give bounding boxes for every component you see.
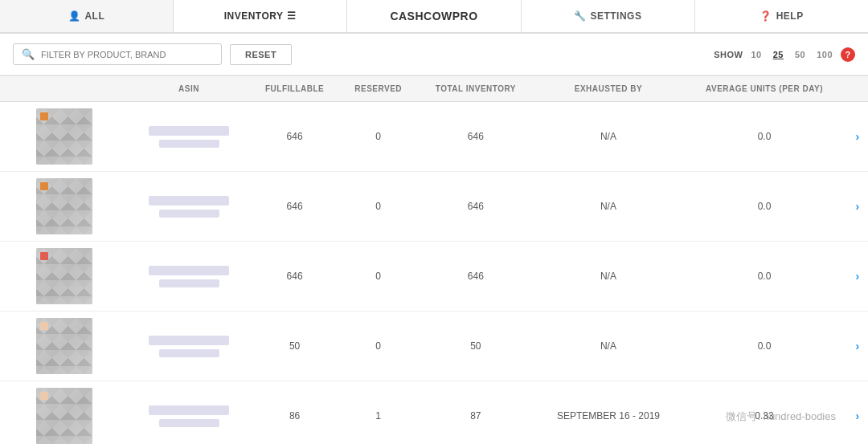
product-accent: [40, 252, 48, 260]
asin-cell: [129, 381, 249, 449]
show-10[interactable]: 10: [747, 48, 764, 61]
table-header-row: ASIN FULFILLABLE RESERVED TOTAL INVENTOR…: [0, 76, 868, 102]
table-row: 6460646N/A0.0›: [0, 102, 868, 172]
show-controls: SHOW 10 25 50 100 ?: [714, 47, 855, 62]
search-box[interactable]: 🔍: [13, 43, 222, 65]
search-icon: 🔍: [22, 48, 35, 60]
chevron-right-icon[interactable]: ›: [856, 340, 860, 352]
row-expand-cell[interactable]: ›: [847, 381, 868, 449]
asin-placeholder-bar: [149, 336, 229, 345]
list-icon: ☰: [287, 10, 297, 22]
fulfillable-cell: 86: [249, 381, 340, 449]
fulfillable-cell: 646: [249, 102, 340, 172]
product-accent: [40, 112, 48, 120]
asin-placeholder-bar-small: [159, 140, 219, 148]
total-inventory-cell: 646: [416, 172, 534, 242]
product-image-cell: [0, 312, 129, 381]
help-circle-button[interactable]: ?: [841, 47, 855, 62]
avg-units-cell: 0.33: [682, 381, 846, 449]
asin-placeholder-bar: [149, 405, 229, 415]
top-nav: 👤 ALL INVENTORY ☰ CASHCOWPRO 🔧 SETTINGS …: [0, 0, 868, 34]
avg-units-cell: 0.0: [682, 102, 846, 172]
search-input[interactable]: [41, 50, 213, 59]
col-asin: ASIN: [129, 76, 249, 102]
show-label: SHOW: [714, 50, 743, 59]
avg-units-cell: 0.0: [682, 312, 846, 381]
fulfillable-cell: 50: [249, 312, 340, 381]
total-inventory-cell: 646: [416, 102, 534, 172]
table-body: 6460646N/A0.0›6460646N/A0.0›6460646N/A0.…: [0, 102, 868, 449]
total-inventory-cell: 87: [416, 381, 534, 449]
inventory-table: ASIN FULFILLABLE RESERVED TOTAL INVENTOR…: [0, 75, 868, 448]
product-image: [36, 178, 92, 234]
reserved-cell: 0: [340, 312, 416, 381]
product-image-cell: [0, 102, 129, 172]
avg-units-cell: 0.0: [682, 242, 846, 312]
table-row: 86187SEPTEMBER 16 - 20190.33›: [0, 381, 868, 449]
table-row: 50050N/A0.0›: [0, 312, 868, 381]
chevron-right-icon[interactable]: ›: [856, 409, 860, 422]
asin-placeholder-bar-small: [159, 349, 219, 357]
reserved-cell: 0: [340, 242, 416, 312]
reserved-cell: 0: [340, 102, 416, 172]
wrench-icon: 🔧: [574, 10, 587, 22]
exhausted-by-cell: N/A: [535, 172, 682, 242]
show-25[interactable]: 25: [770, 48, 787, 61]
row-expand-cell[interactable]: ›: [847, 242, 868, 312]
product-image: [36, 318, 92, 374]
chevron-right-icon[interactable]: ›: [856, 270, 860, 283]
inventory-label: INVENTORY: [224, 10, 284, 22]
asin-cell: [129, 102, 249, 172]
asin-placeholder-bar-small: [159, 279, 219, 287]
exhausted-by-cell: N/A: [535, 312, 682, 381]
product-image-cell: [0, 172, 129, 242]
fulfillable-cell: 646: [249, 172, 340, 242]
filter-bar: 🔍 RESET SHOW 10 25 50 100 ?: [0, 34, 868, 75]
nav-settings[interactable]: 🔧 SETTINGS: [522, 0, 695, 32]
nav-all[interactable]: 👤 ALL: [0, 0, 174, 32]
col-image: [0, 76, 129, 102]
row-expand-cell[interactable]: ›: [847, 102, 868, 172]
row-expand-cell[interactable]: ›: [847, 312, 868, 381]
inventory-table-container: ASIN FULFILLABLE RESERVED TOTAL INVENTOR…: [0, 75, 868, 448]
product-accent: [40, 392, 48, 400]
col-avg-units: AVERAGE UNITS (PER DAY): [682, 76, 846, 102]
total-inventory-cell: 50: [416, 312, 534, 381]
brand-label: CASHCOWPRO: [390, 10, 477, 22]
nav-brand[interactable]: CASHCOWPRO: [347, 0, 521, 32]
nav-help[interactable]: ❓ HELP: [695, 0, 868, 32]
col-fulfillable: FULFILLABLE: [249, 76, 340, 102]
avg-units-cell: 0.0: [682, 172, 846, 242]
reserved-cell: 1: [340, 381, 416, 449]
reserved-cell: 0: [340, 172, 416, 242]
product-image-cell: [0, 242, 129, 312]
help-label: HELP: [776, 10, 804, 22]
fulfillable-cell: 646: [249, 242, 340, 312]
show-50[interactable]: 50: [792, 48, 809, 61]
col-action: [847, 76, 868, 102]
product-image: [36, 388, 92, 444]
question-icon: ❓: [760, 10, 772, 22]
chevron-right-icon[interactable]: ›: [856, 130, 860, 143]
chevron-right-icon[interactable]: ›: [856, 200, 860, 213]
row-expand-cell[interactable]: ›: [847, 172, 868, 242]
asin-placeholder-bar-small: [159, 210, 219, 218]
person-icon: 👤: [68, 10, 81, 22]
asin-cell: [129, 242, 249, 312]
show-100[interactable]: 100: [813, 48, 836, 61]
nav-inventory[interactable]: INVENTORY ☰: [174, 0, 347, 32]
reset-button[interactable]: RESET: [230, 44, 292, 65]
table-row: 6460646N/A0.0›: [0, 242, 868, 312]
asin-placeholder-bar: [149, 196, 229, 206]
col-total-inventory: TOTAL INVENTORY: [416, 76, 534, 102]
product-image: [36, 248, 92, 304]
total-inventory-cell: 646: [416, 242, 534, 312]
col-reserved: RESERVED: [340, 76, 416, 102]
exhausted-by-cell: N/A: [535, 242, 682, 312]
asin-placeholder-bar: [149, 266, 229, 275]
asin-placeholder-bar: [149, 126, 229, 136]
product-image: [36, 108, 92, 165]
exhausted-by-cell: SEPTEMBER 16 - 2019: [535, 381, 682, 449]
nav-all-label: ALL: [84, 10, 104, 22]
table-row: 6460646N/A0.0›: [0, 172, 868, 242]
